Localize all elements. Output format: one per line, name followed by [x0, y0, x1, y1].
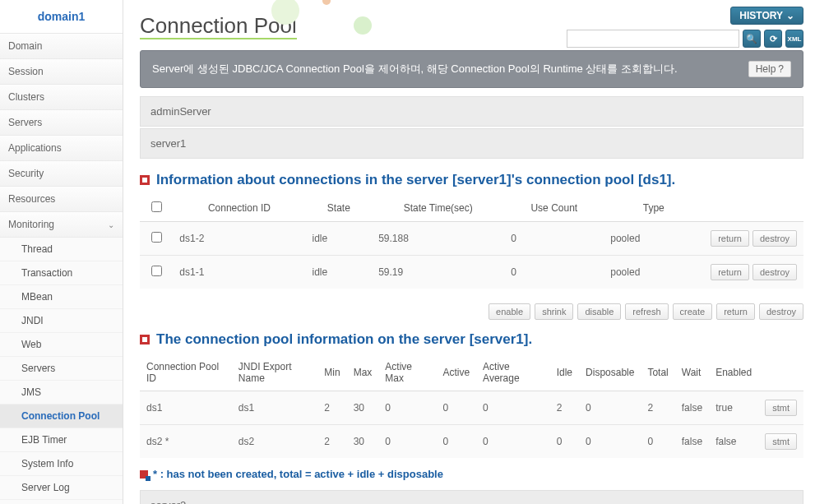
col-active: Active: [436, 354, 476, 391]
subnav-statistic[interactable]: Statistic: [0, 500, 123, 504]
cell-active-avg: 0: [476, 425, 550, 459]
create-button[interactable]: create: [673, 303, 713, 320]
cell-idle: 0: [550, 425, 579, 459]
connections-title-text: Information about connections in the ser…: [156, 172, 675, 188]
refresh-button[interactable]: refresh: [625, 303, 668, 320]
row-return-button[interactable]: return: [711, 230, 749, 247]
col-disposable: Disposable: [579, 354, 641, 391]
destroy-button[interactable]: destroy: [759, 303, 803, 320]
cell-state: idle: [306, 222, 373, 256]
pool-table: Connection Pool ID JNDI Export Name Min …: [140, 354, 803, 458]
refresh-icon[interactable]: ⟳: [764, 30, 782, 48]
description-box: Server에 생성된 JDBC/JCA Connection Pool을 제어…: [140, 50, 803, 88]
table-row: ds1-2idle59.1880pooledreturndestroy: [140, 222, 803, 256]
row-checkbox[interactable]: [151, 232, 162, 243]
cell-use-count: 0: [504, 222, 604, 256]
cell-active-max: 0: [378, 425, 436, 459]
stmt-button[interactable]: stmt: [765, 400, 797, 416]
cell-active-avg: 0: [476, 391, 550, 425]
pool-title-text: The connection pool information on the s…: [156, 331, 532, 348]
connections-section-title: Information about connections in the ser…: [140, 160, 803, 195]
cell-enabled: false: [709, 425, 758, 459]
monitoring-subnav: Thread Transaction MBean JNDI Web Server…: [0, 238, 123, 504]
help-button[interactable]: Help ?: [748, 61, 791, 77]
subnav-ejb-timer[interactable]: EJB Timer: [0, 428, 123, 452]
nav-security[interactable]: Security: [0, 161, 123, 187]
col-wait: Wait: [675, 354, 709, 391]
chevron-down-icon: ⌄: [786, 10, 794, 21]
subnav-transaction[interactable]: Transaction: [0, 261, 123, 285]
subnav-web[interactable]: Web: [0, 333, 123, 357]
subnav-connection-pool[interactable]: Connection Pool: [0, 405, 123, 428]
subnav-jms[interactable]: JMS: [0, 381, 123, 405]
col-conn-id: Connection ID: [173, 195, 305, 222]
search-icon[interactable]: 🔍: [743, 30, 761, 48]
server-band-server2[interactable]: server2: [140, 490, 803, 504]
export-xml-icon[interactable]: XML: [785, 30, 803, 48]
col-min: Min: [317, 354, 346, 391]
history-button[interactable]: HISTORY ⌄: [730, 7, 803, 25]
row-destroy-button[interactable]: destroy: [752, 230, 797, 247]
cell-conn-id: ds1-1: [173, 256, 305, 289]
subnav-jndi[interactable]: JNDI: [0, 309, 123, 333]
col-active-max: Active Max: [378, 354, 436, 391]
table-row: ds1ds1230000202falsetruestmt: [140, 391, 803, 425]
nav-domain[interactable]: Domain: [0, 34, 123, 59]
cell-jndi: ds2: [232, 425, 317, 459]
nav-resources[interactable]: Resources: [0, 187, 123, 212]
row-return-button[interactable]: return: [711, 264, 749, 280]
nav-applications[interactable]: Applications: [0, 136, 123, 161]
nav-session[interactable]: Session: [0, 59, 123, 85]
page-title: Connection Pool: [140, 7, 297, 50]
col-active-avg: Active Average: [476, 354, 550, 391]
row-checkbox[interactable]: [151, 266, 162, 276]
nav-clusters[interactable]: Clusters: [0, 85, 123, 110]
nav-monitoring[interactable]: Monitoring ⌄: [0, 212, 123, 238]
cell-max: 30: [347, 391, 379, 425]
col-state: State: [306, 195, 373, 222]
subnav-mbean[interactable]: MBean: [0, 285, 123, 309]
enable-button[interactable]: enable: [489, 303, 530, 320]
cell-conn-id: ds1-2: [173, 222, 305, 256]
col-type: Type: [604, 195, 703, 222]
cell-pool-id: ds1: [140, 391, 232, 425]
cell-enabled: true: [709, 391, 758, 425]
return-button[interactable]: return: [716, 303, 755, 320]
cell-active: 0: [436, 391, 476, 425]
subnav-server-log[interactable]: Server Log: [0, 476, 123, 500]
subnav-servers[interactable]: Servers: [0, 357, 123, 381]
cell-wait: false: [675, 391, 709, 425]
table-row: ds1-1idle59.190pooledreturndestroy: [140, 256, 803, 289]
select-all-checkbox[interactable]: [151, 201, 162, 212]
cell-disposable: 0: [579, 391, 641, 425]
cell-state: idle: [306, 256, 373, 289]
row-destroy-button[interactable]: destroy: [752, 264, 797, 280]
subnav-system-info[interactable]: System Info: [0, 452, 123, 476]
description-text: Server에 생성된 JDBC/JCA Connection Pool을 제어…: [152, 61, 748, 77]
subnav-thread[interactable]: Thread: [0, 238, 123, 261]
section-marker-icon: [140, 335, 150, 344]
cell-pool-id: ds2 *: [140, 425, 232, 459]
cell-total: 0: [641, 425, 674, 459]
search-input[interactable]: [567, 30, 739, 48]
col-pool-id: Connection Pool ID: [140, 354, 232, 391]
shrink-button[interactable]: shrink: [535, 303, 573, 320]
col-use-count: Use Count: [504, 195, 604, 222]
col-idle: Idle: [550, 354, 579, 391]
help-icon: ?: [778, 63, 784, 75]
server-band-admin[interactable]: adminServer: [140, 96, 803, 127]
help-label: Help: [756, 63, 776, 75]
connections-table: Connection ID State State Time(sec) Use …: [140, 195, 803, 289]
cell-disposable: 0: [579, 425, 641, 459]
col-enabled: Enabled: [709, 354, 758, 391]
table-row: ds2 *ds2230000000falsefalsestmt: [140, 425, 803, 459]
disable-button[interactable]: disable: [577, 303, 621, 320]
col-max: Max: [347, 354, 379, 391]
cell-type: pooled: [604, 256, 703, 289]
nav-servers[interactable]: Servers: [0, 110, 123, 136]
sidebar: domain1 Domain Session Clusters Servers …: [0, 0, 123, 504]
server-band-server1[interactable]: server1: [140, 128, 803, 159]
stmt-button[interactable]: stmt: [765, 433, 797, 450]
domain-title[interactable]: domain1: [0, 0, 123, 34]
col-state-time: State Time(sec): [372, 195, 504, 222]
